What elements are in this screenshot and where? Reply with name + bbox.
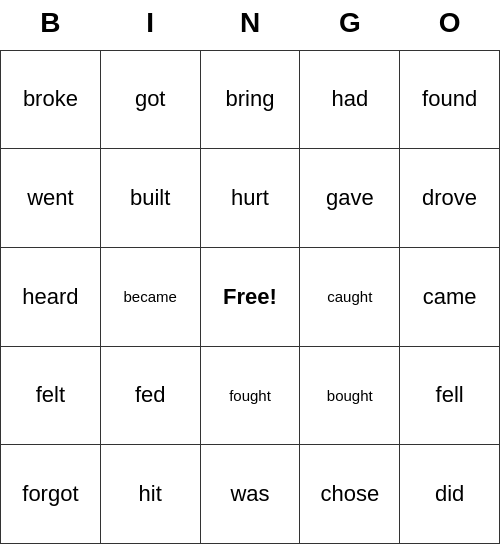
cell-4-4: did — [400, 445, 500, 544]
cell-3-0: felt — [1, 346, 101, 445]
cell-2-2: Free! — [200, 247, 300, 346]
cell-1-3: gave — [300, 149, 400, 248]
cell-2-0: heard — [1, 247, 101, 346]
cell-0-3: had — [300, 50, 400, 149]
cell-0-4: found — [400, 50, 500, 149]
table-row: wentbuilthurtgavedrove — [1, 149, 500, 248]
header-n: N — [200, 0, 300, 50]
cell-1-2: hurt — [200, 149, 300, 248]
cell-4-3: chose — [300, 445, 400, 544]
header-i: I — [100, 0, 200, 50]
cell-2-4: came — [400, 247, 500, 346]
bingo-header-row: B I N G O — [1, 0, 500, 50]
cell-1-0: went — [1, 149, 101, 248]
table-row: heardbecameFree!caughtcame — [1, 247, 500, 346]
table-row: brokegotbringhadfound — [1, 50, 500, 149]
table-row: feltfedfoughtboughtfell — [1, 346, 500, 445]
cell-3-2: fought — [200, 346, 300, 445]
cell-0-1: got — [100, 50, 200, 149]
cell-3-3: bought — [300, 346, 400, 445]
cell-2-3: caught — [300, 247, 400, 346]
header-o: O — [400, 0, 500, 50]
header-b: B — [1, 0, 101, 50]
cell-4-2: was — [200, 445, 300, 544]
cell-1-1: built — [100, 149, 200, 248]
cell-4-1: hit — [100, 445, 200, 544]
cell-2-1: became — [100, 247, 200, 346]
bingo-board: B I N G O brokegotbringhadfoundwentbuilt… — [0, 0, 500, 544]
bingo-body: brokegotbringhadfoundwentbuilthurtgavedr… — [1, 50, 500, 544]
cell-0-0: broke — [1, 50, 101, 149]
cell-4-0: forgot — [1, 445, 101, 544]
table-row: forgothitwaschosedid — [1, 445, 500, 544]
cell-1-4: drove — [400, 149, 500, 248]
cell-3-1: fed — [100, 346, 200, 445]
header-g: G — [300, 0, 400, 50]
cell-3-4: fell — [400, 346, 500, 445]
cell-0-2: bring — [200, 50, 300, 149]
